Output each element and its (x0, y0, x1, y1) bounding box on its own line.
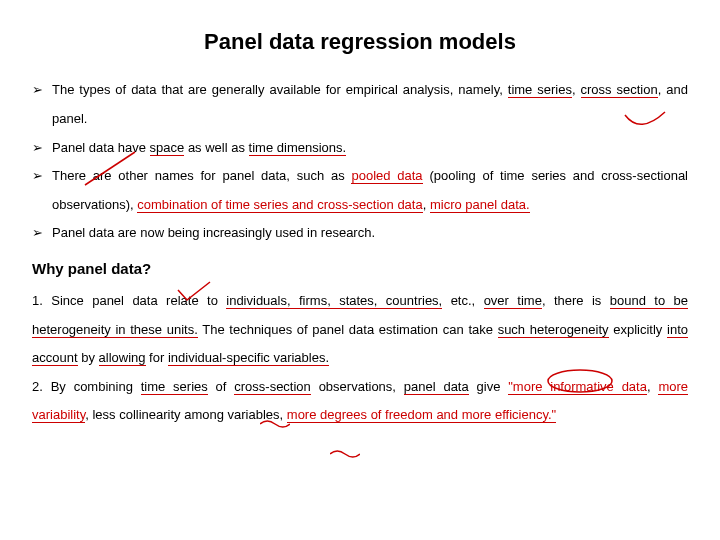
paragraph-1: 1. Since panel data relate to individual… (32, 287, 688, 373)
underline-individual-specific: individual-specific variables. (168, 350, 329, 366)
bullet-2: Panel data have space as well as time di… (32, 134, 688, 163)
annotation-squiggle-2 (330, 450, 360, 458)
underline-panel-data: panel data (404, 379, 469, 395)
why-heading: Why panel data? (32, 252, 688, 285)
underline-allowing: allowing (99, 350, 146, 366)
bullet-4: Panel data are now being increasingly us… (32, 219, 688, 248)
underline-such-heterogeneity: such heterogeneity (498, 322, 609, 338)
text: etc., (442, 293, 483, 308)
underline-more-degrees: more degrees of freedom and more efficie… (287, 407, 556, 423)
underline-more-informative: "more informative data (508, 379, 647, 395)
text: observations, (311, 379, 404, 394)
paragraph-2: 2. By combining time series of cross-sec… (32, 373, 688, 430)
underline-pooled-data: pooled data (351, 168, 422, 184)
text: for (146, 350, 168, 365)
text: explicitly (609, 322, 667, 337)
text: There are other names for panel data, su… (52, 168, 351, 183)
text: , (647, 379, 658, 394)
text: 2. By combining (32, 379, 141, 394)
text: 1. Since panel data relate to (32, 293, 226, 308)
text: , there is (542, 293, 610, 308)
underline-individuals: individuals, firms, states, countries, (226, 293, 442, 309)
text: give (469, 379, 508, 394)
bullet-3: There are other names for panel data, su… (32, 162, 688, 219)
underline-micro-panel: micro panel data. (430, 197, 530, 213)
underline-cross-section: cross section (581, 82, 658, 98)
text: Panel data are now being increasingly us… (52, 225, 375, 240)
text: by (78, 350, 99, 365)
underline-cross-section-2: cross-section (234, 379, 311, 395)
underline-time-dimensions: time dimensions. (249, 140, 347, 156)
text: as well as (184, 140, 248, 155)
underline-time-series: time series (508, 82, 572, 98)
page-title: Panel data regression models (32, 18, 688, 66)
text: , (423, 197, 430, 212)
underline-over-time: over time (484, 293, 542, 309)
underline-space: space (150, 140, 185, 156)
text: , less collinearity among variables, (85, 407, 287, 422)
underline-time-series-2: time series (141, 379, 208, 395)
underline-combination: combination of time series and cross-sec… (137, 197, 422, 213)
text: The techniques of panel data estimation … (198, 322, 498, 337)
bullet-1: The types of data that are generally ava… (32, 76, 688, 133)
text: , (572, 82, 581, 97)
text: Panel data have (52, 140, 150, 155)
text: The types of data that are generally ava… (52, 82, 508, 97)
text: of (208, 379, 234, 394)
